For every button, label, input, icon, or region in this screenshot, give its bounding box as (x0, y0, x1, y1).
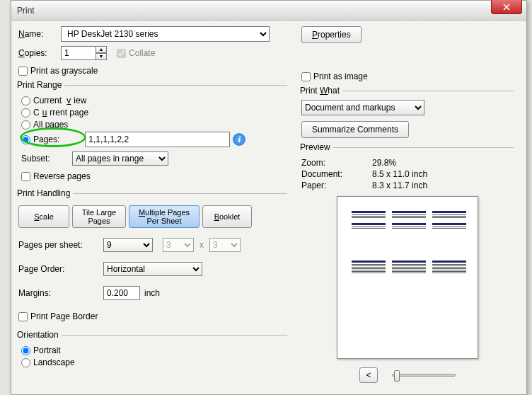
margins-unit: inch (144, 288, 160, 298)
preview-thumb (432, 211, 466, 251)
margins-label: Margins: (18, 288, 103, 298)
close-button[interactable] (491, 0, 522, 14)
preview-legend: Preview (300, 142, 333, 152)
preview-page (337, 196, 478, 359)
rows-select: 3 (209, 238, 241, 252)
print-what-select[interactable]: Document and markups (301, 100, 424, 115)
print-as-image-checkbox[interactable]: Print as image (301, 71, 514, 81)
x-separator: x (200, 240, 204, 250)
print-border-checkbox[interactable]: Print Page Border (18, 311, 287, 321)
print-handling-legend: Print Handling (17, 188, 73, 198)
close-icon (503, 4, 510, 11)
page-order-select[interactable]: Horizontal (103, 262, 202, 276)
radio-pages[interactable]: Pages: (21, 134, 59, 144)
info-icon[interactable]: i (233, 133, 245, 146)
paper-label: Paper: (301, 181, 372, 190)
document-value: 8.5 x 11.0 inch (372, 169, 427, 179)
preview-thumb (352, 211, 386, 251)
print-handling-group: Print Handling Scale Tile LargePages Mul… (18, 188, 287, 326)
copies-input[interactable] (61, 46, 96, 60)
margins-input[interactable] (103, 286, 140, 300)
radio-landscape[interactable]: Landscape (21, 357, 287, 367)
radio-portrait[interactable]: Portrait (21, 345, 287, 355)
tile-button[interactable]: Tile LargePages (72, 205, 126, 228)
preview-prev-button[interactable]: < (359, 367, 378, 383)
titlebar: Print (11, 1, 526, 21)
properties-button[interactable]: Properties (301, 26, 362, 43)
print-range-legend: Print Range (17, 80, 64, 90)
copies-spinner[interactable]: ▲▼ (96, 46, 107, 60)
page-order-label: Page Order: (18, 264, 103, 274)
orientation-legend: Orientation (17, 330, 62, 340)
paper-value: 8.3 x 11.7 inch (372, 181, 427, 190)
reverse-checkbox[interactable]: Reverse pages (21, 171, 287, 181)
print-dialog: Print Name: HP DeskJet 2130 series Copie… (11, 0, 527, 395)
scale-button[interactable]: Scale (18, 205, 69, 228)
pages-per-sheet-select[interactable]: 9 (103, 238, 153, 252)
printer-select[interactable]: HP DeskJet 2130 series (61, 26, 270, 42)
orientation-group: Orientation Portrait Landscape (18, 330, 287, 370)
radio-current-page[interactable]: Current page (21, 108, 287, 118)
subset-label: Subset: (21, 154, 72, 164)
print-what-legend: Print What (300, 86, 342, 96)
print-range-group: Print Range Current view Current page Al… (18, 80, 287, 184)
name-label: Name: (18, 29, 61, 39)
multiple-pages-button[interactable]: Multiple PagesPer Sheet (129, 205, 200, 228)
copies-label: Copies: (18, 48, 61, 58)
preview-thumb (352, 261, 386, 300)
radio-current-view[interactable]: Current view (21, 96, 287, 105)
booklet-button[interactable]: Booklet (202, 205, 252, 228)
pages-per-sheet-label: Pages per sheet: (18, 240, 103, 250)
zoom-value: 29.8% (372, 158, 396, 168)
radio-all-pages[interactable]: All pages (21, 120, 287, 130)
summarize-comments-button[interactable]: Summarize Comments (301, 121, 409, 138)
collate-checkbox: Collate (117, 48, 155, 58)
preview-thumb (392, 261, 426, 300)
document-label: Document: (301, 169, 372, 179)
preview-group: Preview Zoom:29.8% Document:8.5 x 11.0 i… (301, 142, 514, 383)
preview-slider[interactable] (392, 374, 456, 377)
preview-thumb (392, 211, 426, 251)
dialog-title: Print (17, 6, 35, 16)
subset-select[interactable]: All pages in range (72, 151, 168, 166)
grayscale-checkbox[interactable]: Print as grayscale (18, 66, 287, 76)
preview-thumb (432, 261, 466, 300)
cols-select: 3 (163, 238, 194, 252)
print-what-group: Print What Document and markups Summariz… (301, 86, 514, 138)
pages-input[interactable] (85, 132, 230, 147)
zoom-label: Zoom: (301, 158, 372, 168)
